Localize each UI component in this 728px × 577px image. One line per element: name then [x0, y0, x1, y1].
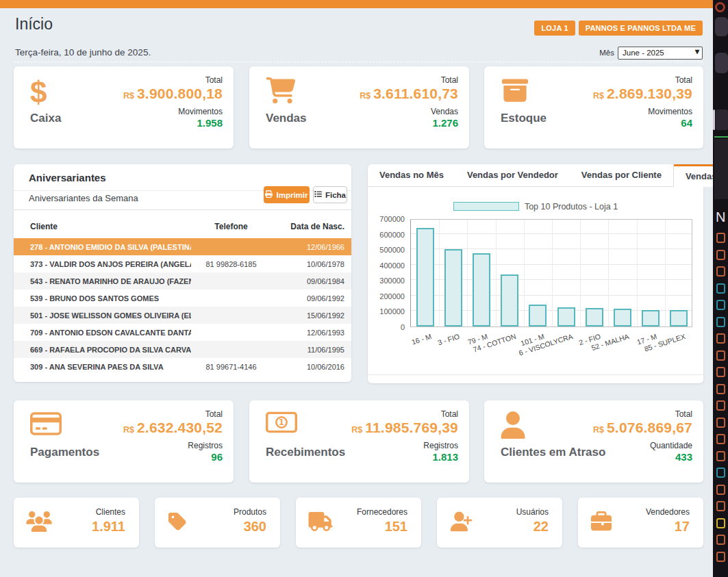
total-value: R$2.869.130,39	[593, 86, 692, 102]
count-value: 64	[593, 117, 692, 129]
mini-card-label: Vendedores	[646, 507, 690, 517]
chart-bar	[529, 305, 547, 326]
banknote-icon: 1	[266, 411, 297, 443]
month-filter: Mês June - 2025 ▾	[599, 46, 703, 60]
chart-bar	[501, 274, 518, 326]
divider	[368, 374, 703, 375]
table-row[interactable]: 669 - RAFAELA PROCOPIO DA SILVA CARVALHO…	[14, 341, 351, 358]
total-label: Total	[593, 409, 692, 419]
chart-bar	[586, 308, 603, 326]
chart-bar	[473, 253, 490, 326]
store-badge[interactable]: LOJA 1	[534, 21, 575, 36]
file-icon	[716, 283, 725, 294]
total-value: R$5.076.869,67	[593, 420, 692, 436]
table-row[interactable]: 278 - ANTONIO EMIDIO DA SILVA (PALESTINA…	[14, 238, 351, 255]
file-icon	[716, 467, 725, 478]
column-header-cliente: Cliente	[30, 222, 58, 231]
column-header-telefone: Telefone	[188, 222, 274, 231]
tag-icon	[167, 511, 188, 535]
dashboard-page: Início LOJA 1 PANNOS E PANNOS LTDA ME Te…	[0, 0, 728, 577]
user-plus-icon	[449, 511, 474, 534]
file-icon	[716, 501, 725, 511]
cart-icon	[266, 77, 296, 109]
users-icon	[26, 511, 52, 535]
background-window-strip: N	[713, 0, 728, 577]
total-label: Total	[123, 409, 223, 419]
count-value: 1.813	[351, 451, 458, 463]
active-tab-indicator	[713, 110, 715, 130]
table-row[interactable]: 543 - RENATO MARINHO DE ARAUJO (FAZEND..…	[14, 272, 351, 290]
chart-bar	[642, 310, 660, 326]
printer-icon	[265, 190, 273, 199]
card-label: Vendas	[266, 112, 307, 125]
count-value: 1.958	[123, 117, 223, 129]
month-select[interactable]: June - 2025	[618, 47, 703, 60]
card-estoque: Estoque Total R$2.869.130,39 Movimentos …	[484, 66, 703, 149]
chart-bar	[444, 249, 462, 326]
print-button-label: Imprimir	[276, 191, 307, 199]
mini-card-value: 151	[385, 519, 407, 535]
table-row[interactable]: 373 - VALDIR DOS ANJOS PEREIRA (ANGELA)8…	[14, 255, 351, 272]
date-line: Terça-feira, 10 de junho de 2025.	[15, 47, 151, 57]
accent-line	[714, 136, 728, 138]
mini-card-value: 360	[244, 519, 266, 535]
ficha-button[interactable]: Ficha	[313, 186, 347, 203]
panel-letter: N	[716, 209, 725, 225]
card-fornecedores: Fornecedores 151	[296, 498, 421, 548]
card-pagamentos: Pagamentos Total R$2.632.430,52 Registro…	[14, 400, 234, 483]
toolbar-button	[715, 17, 728, 36]
tab-vendas-por-vendedor[interactable]: Vendas por Vendedor	[455, 164, 570, 187]
header-divider	[14, 62, 703, 62]
tab-vendas-por-cliente[interactable]: Vendas por Cliente	[570, 164, 673, 187]
file-icon	[716, 384, 725, 394]
company-badge[interactable]: PANNOS E PANNOS LTDA ME	[579, 21, 703, 36]
file-icon	[716, 300, 725, 310]
file-icon	[716, 518, 725, 528]
card-clientes: Clientes 1.911	[14, 498, 139, 548]
mini-card-value: 1.911	[92, 519, 125, 535]
y-axis-label: 400000	[368, 261, 405, 270]
legend-label: Top 10 Produtos - Loja 1	[525, 202, 618, 211]
print-button[interactable]: Imprimir	[264, 186, 310, 203]
truck-icon	[308, 512, 333, 534]
total-label: Total	[123, 75, 223, 85]
panel-title: Aniversariantes	[29, 172, 106, 183]
x-axis-label: 16 - M	[410, 332, 432, 346]
total-label: Total	[351, 409, 458, 419]
table-row[interactable]: 709 - ANTONIO EDSON CAVALCANTE DANTAS12/…	[14, 324, 351, 341]
app-logo-icon	[715, 2, 725, 12]
y-axis-label: 200000	[368, 292, 405, 300]
chart-plot	[410, 219, 692, 327]
main-content: Início LOJA 1 PANNOS E PANNOS LTDA ME Te…	[0, 0, 713, 577]
count-label: Movimentos	[123, 107, 223, 116]
count-label: Quantidade	[593, 441, 692, 450]
x-axis-label: 3 - FIO	[437, 332, 461, 347]
card-vendas: Vendas Total R$3.611.610,73 Vendas 1.276	[249, 66, 469, 149]
tab-vendas-no-mes[interactable]: Vendas no Mês	[368, 164, 455, 187]
svg-text:1: 1	[279, 418, 284, 427]
chart-legend: Top 10 Produtos - Loja 1	[368, 202, 703, 211]
file-icon	[716, 451, 725, 461]
file-icon	[716, 350, 725, 361]
panel-fragment	[714, 139, 728, 199]
count-value: 96	[123, 451, 223, 463]
card-recebimentos: 1 Recebimentos Total R$11.985.769,39 Reg…	[249, 400, 469, 483]
table-row[interactable]: 501 - JOSE WELISSON GOMES OLIVEIRA (ELC.…	[14, 307, 351, 324]
panel-subtitle: Aniversariantes da Semana	[29, 193, 138, 203]
card-label: Estoque	[501, 112, 547, 125]
total-label: Total	[593, 75, 692, 85]
box-icon	[501, 77, 529, 109]
toolbar-button	[715, 53, 728, 73]
table-header: Cliente Telefone Data de Nasc.	[14, 219, 351, 237]
table-row[interactable]: 539 - BRUNO DOS SANTOS GOMES09/06/1992	[14, 290, 351, 307]
y-axis-label: 0	[368, 323, 405, 331]
total-value: R$11.985.769,39	[351, 420, 458, 436]
table-row[interactable]: 309 - ANA SEVERINA PAES DA SILVA81 99671…	[14, 358, 351, 375]
person-icon	[501, 411, 525, 443]
sales-panel: Vendas no Mês Vendas por Vendedor Vendas…	[368, 164, 703, 383]
legend-swatch	[453, 202, 519, 211]
file-icon	[716, 418, 725, 428]
card-label: Caixa	[30, 112, 61, 125]
file-icon	[716, 333, 725, 344]
count-label: Movimentos	[593, 107, 692, 116]
